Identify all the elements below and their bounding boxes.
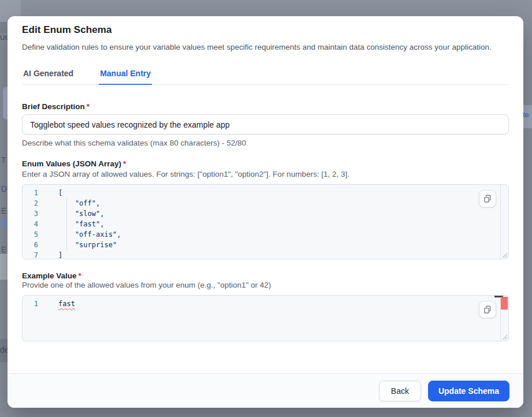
copy-button[interactable]	[479, 301, 496, 318]
code-lines: 1fast	[23, 296, 508, 309]
tab-manual-entry[interactable]: Manual Entry	[99, 69, 152, 85]
copy-button[interactable]	[479, 190, 496, 207]
line-number: 2	[23, 198, 38, 208]
line-number: 1	[23, 299, 38, 309]
label-text: Example Value	[22, 271, 77, 280]
enum-values-helper: Enter a JSON array of allowed values. Fo…	[22, 169, 509, 180]
example-value-helper: Provide one of the allowed values from y…	[22, 280, 509, 291]
brief-description-helper: Describe what this schema validates (max…	[22, 138, 509, 148]
update-schema-button[interactable]: Update Schema	[428, 381, 509, 401]
back-button[interactable]: Back	[379, 381, 421, 401]
code-text: "slow",	[58, 208, 104, 219]
code-line: 5 "off-axis",	[23, 229, 508, 240]
example-value-editor[interactable]: 1fast	[22, 295, 509, 341]
label-text: Brief Description	[22, 102, 85, 111]
code-text: "surprise"	[58, 240, 117, 250]
error-marker	[501, 297, 508, 310]
backdrop-text-fragment: E	[1, 206, 6, 215]
tab-ai-generated[interactable]: AI Generated	[22, 69, 75, 84]
code-line: 2 "off",	[23, 198, 508, 208]
dialog-footer: Back Update Schema	[8, 373, 523, 408]
code-line: 3 "slow",	[23, 208, 508, 219]
example-value-label: Example Value*	[22, 271, 509, 280]
code-text: "fast",	[58, 219, 104, 229]
line-number: 1	[23, 188, 38, 198]
line-number: 6	[23, 240, 38, 250]
backdrop-text-fragment: D	[1, 184, 7, 193]
tab-bar: AI Generated Manual Entry	[22, 69, 509, 85]
backdrop-text-fragment: T	[1, 155, 6, 165]
indent-guide	[66, 198, 67, 250]
edit-enum-schema-dialog: Edit Enum Schema Define validation rules…	[8, 16, 523, 408]
line-number: 7	[23, 250, 38, 259]
label-text: Enum Values (JSON Array)	[22, 159, 121, 168]
required-asterisk: *	[87, 102, 90, 111]
code-line: 6 "surprise"	[23, 240, 508, 250]
brief-description-label: Brief Description*	[22, 102, 509, 111]
code-text: ]	[58, 250, 62, 259]
backdrop-link-fragment: te	[523, 110, 529, 119]
code-text: [	[58, 188, 62, 198]
enum-values-editor[interactable]: 1[ 2 "off", 3 "slow", 4 "fast", 5 "off-a…	[22, 184, 509, 259]
code-lines: 1[ 2 "off", 3 "slow", 4 "fast", 5 "off-a…	[23, 185, 508, 259]
copy-icon	[483, 305, 492, 314]
enum-values-label: Enum Values (JSON Array)*	[22, 159, 509, 168]
required-asterisk: *	[79, 271, 81, 280]
copy-icon	[483, 194, 492, 203]
code-line: 7]	[23, 250, 508, 259]
backdrop-text-fragment: E	[1, 245, 6, 254]
code-text-error: fast	[58, 299, 75, 309]
code-text: "off-axis",	[58, 229, 121, 240]
code-line: 1fast	[23, 299, 508, 309]
scrollbar-track[interactable]	[500, 185, 501, 259]
code-line: 4 "fast",	[23, 219, 508, 229]
code-line: 1[	[23, 188, 508, 198]
line-number: 4	[23, 219, 38, 229]
line-number: 5	[23, 229, 38, 240]
resize-handle[interactable]	[501, 334, 507, 340]
dialog-body: Edit Enum Schema Define validation rules…	[8, 16, 523, 373]
line-number: 3	[23, 208, 38, 219]
dialog-title: Edit Enum Schema	[22, 24, 509, 36]
required-asterisk: *	[123, 159, 126, 168]
brief-description-input[interactable]	[22, 114, 509, 135]
code-text: "off",	[58, 198, 100, 208]
dialog-description: Define validation rules to ensure your v…	[22, 41, 500, 53]
